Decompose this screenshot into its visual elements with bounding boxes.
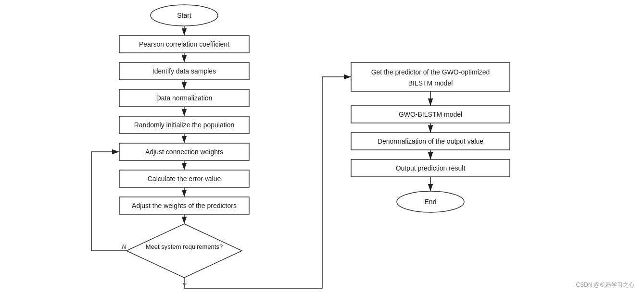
pearson-label: Pearson correlation coefficient bbox=[139, 40, 229, 48]
adjust-weights-label: Adjust connection weights bbox=[145, 148, 223, 156]
end-label: End bbox=[425, 198, 437, 206]
get-predictor-line2: BILSTM model bbox=[408, 79, 453, 87]
adjust-predictor-label: Adjust the weights of the predictors bbox=[132, 202, 237, 209]
gwo-bilstm-label: GWO-BILSTM model bbox=[399, 110, 462, 118]
svg-rect-18 bbox=[351, 62, 510, 91]
output-pred-label: Output prediction result bbox=[396, 164, 466, 172]
identify-label: Identify data samples bbox=[152, 67, 216, 75]
watermark: CSDN @机器学习之心 bbox=[576, 281, 634, 289]
calc-error-label: Calculate the error value bbox=[148, 175, 221, 183]
flowchart: Start Pearson correlation coefficient Id… bbox=[0, 0, 644, 294]
get-predictor-line1: Get the predictor of the GWO-optimized bbox=[371, 68, 490, 76]
svg-marker-17 bbox=[126, 224, 242, 278]
denormalize-label: Denormalization of the output value bbox=[378, 137, 483, 145]
random-init-label: Randomly initialize the population bbox=[134, 121, 235, 129]
meet-req-label: Meet system requirements? bbox=[146, 243, 223, 250]
normalize-label: Data normalization bbox=[156, 94, 213, 102]
n-label: N bbox=[122, 243, 126, 250]
start-label: Start bbox=[177, 12, 191, 19]
